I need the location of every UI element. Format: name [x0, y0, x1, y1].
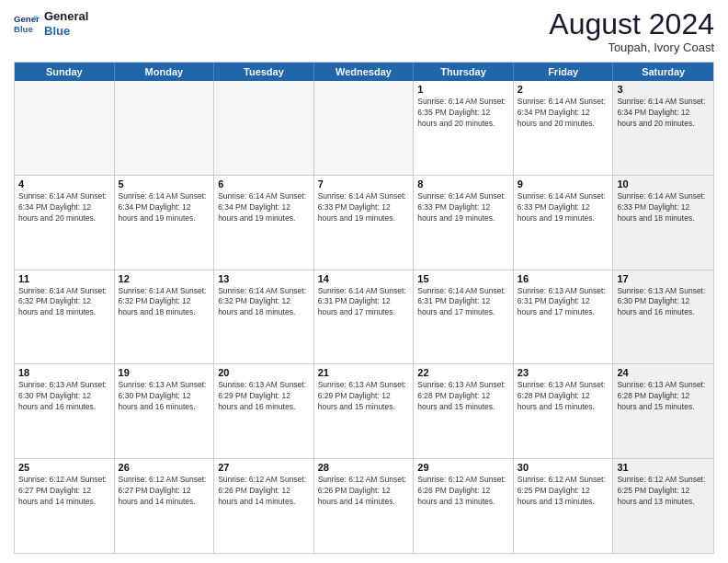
day-cell-20: 20Sunrise: 6:13 AM Sunset: 6:29 PM Dayli… [214, 364, 314, 458]
month-title: August 2024 [549, 9, 714, 39]
day-cell-25: 25Sunrise: 6:12 AM Sunset: 6:27 PM Dayli… [15, 459, 115, 553]
day-info: Sunrise: 6:14 AM Sunset: 6:34 PM Dayligh… [18, 191, 110, 224]
day-info: Sunrise: 6:14 AM Sunset: 6:34 PM Dayligh… [617, 97, 710, 130]
day-cell-10: 10Sunrise: 6:14 AM Sunset: 6:33 PM Dayli… [613, 176, 713, 270]
week-row-2: 4Sunrise: 6:14 AM Sunset: 6:34 PM Daylig… [15, 176, 713, 270]
day-number: 19 [119, 367, 210, 378]
day-header-thursday: Thursday [414, 63, 514, 81]
day-number: 31 [617, 462, 710, 473]
day-cell-empty [214, 81, 314, 175]
day-number: 22 [417, 367, 509, 378]
day-number: 15 [417, 273, 509, 284]
day-cell-3: 3Sunrise: 6:14 AM Sunset: 6:34 PM Daylig… [613, 81, 713, 175]
day-header-monday: Monday [115, 63, 215, 81]
day-cell-9: 9Sunrise: 6:14 AM Sunset: 6:33 PM Daylig… [514, 176, 614, 270]
day-info: Sunrise: 6:13 AM Sunset: 6:30 PM Dayligh… [617, 286, 710, 319]
day-info: Sunrise: 6:14 AM Sunset: 6:33 PM Dayligh… [518, 191, 609, 224]
day-cell-26: 26Sunrise: 6:12 AM Sunset: 6:27 PM Dayli… [115, 459, 215, 553]
day-info: Sunrise: 6:12 AM Sunset: 6:25 PM Dayligh… [518, 475, 609, 508]
day-info: Sunrise: 6:12 AM Sunset: 6:26 PM Dayligh… [417, 475, 509, 508]
week-row-1: 1Sunrise: 6:14 AM Sunset: 6:35 PM Daylig… [15, 81, 713, 176]
day-info: Sunrise: 6:14 AM Sunset: 6:34 PM Dayligh… [218, 191, 310, 224]
day-cell-4: 4Sunrise: 6:14 AM Sunset: 6:34 PM Daylig… [15, 176, 115, 270]
day-cell-15: 15Sunrise: 6:14 AM Sunset: 6:31 PM Dayli… [414, 270, 514, 364]
day-number: 14 [318, 273, 410, 284]
logo: General Blue General Blue [14, 9, 88, 38]
day-info: Sunrise: 6:13 AM Sunset: 6:28 PM Dayligh… [417, 380, 509, 413]
day-cell-31: 31Sunrise: 6:12 AM Sunset: 6:25 PM Dayli… [613, 459, 713, 553]
week-row-4: 18Sunrise: 6:13 AM Sunset: 6:30 PM Dayli… [15, 364, 713, 459]
week-row-3: 11Sunrise: 6:14 AM Sunset: 6:32 PM Dayli… [15, 270, 713, 365]
svg-text:General: General [14, 14, 40, 24]
day-info: Sunrise: 6:14 AM Sunset: 6:33 PM Dayligh… [417, 191, 509, 224]
day-number: 27 [218, 462, 310, 473]
week-row-5: 25Sunrise: 6:12 AM Sunset: 6:27 PM Dayli… [15, 459, 713, 553]
day-cell-empty [314, 81, 415, 175]
day-cell-2: 2Sunrise: 6:14 AM Sunset: 6:34 PM Daylig… [514, 81, 614, 175]
day-header-wednesday: Wednesday [314, 63, 415, 81]
day-cell-13: 13Sunrise: 6:14 AM Sunset: 6:32 PM Dayli… [214, 270, 314, 364]
day-info: Sunrise: 6:14 AM Sunset: 6:31 PM Dayligh… [318, 286, 410, 319]
day-info: Sunrise: 6:13 AM Sunset: 6:29 PM Dayligh… [218, 380, 310, 413]
day-info: Sunrise: 6:14 AM Sunset: 6:34 PM Dayligh… [119, 191, 210, 224]
day-info: Sunrise: 6:13 AM Sunset: 6:31 PM Dayligh… [518, 286, 609, 319]
calendar-body: 1Sunrise: 6:14 AM Sunset: 6:35 PM Daylig… [15, 81, 713, 553]
day-info: Sunrise: 6:12 AM Sunset: 6:27 PM Dayligh… [18, 475, 110, 508]
day-cell-empty [15, 81, 115, 175]
day-cell-1: 1Sunrise: 6:14 AM Sunset: 6:35 PM Daylig… [414, 81, 514, 175]
day-number: 23 [518, 367, 609, 378]
day-info: Sunrise: 6:14 AM Sunset: 6:35 PM Dayligh… [417, 97, 509, 130]
day-number: 8 [417, 178, 509, 190]
day-info: Sunrise: 6:14 AM Sunset: 6:34 PM Dayligh… [518, 97, 609, 130]
day-number: 5 [119, 178, 210, 190]
day-number: 10 [617, 178, 710, 190]
day-number: 21 [318, 367, 410, 378]
day-number: 20 [218, 367, 310, 378]
day-cell-18: 18Sunrise: 6:13 AM Sunset: 6:30 PM Dayli… [15, 364, 115, 458]
day-number: 3 [617, 84, 710, 95]
day-cell-23: 23Sunrise: 6:13 AM Sunset: 6:28 PM Dayli… [514, 364, 614, 458]
location: Toupah, Ivory Coast [549, 40, 714, 54]
day-info: Sunrise: 6:13 AM Sunset: 6:29 PM Dayligh… [318, 380, 410, 413]
day-info: Sunrise: 6:14 AM Sunset: 6:32 PM Dayligh… [218, 286, 310, 319]
day-info: Sunrise: 6:14 AM Sunset: 6:31 PM Dayligh… [417, 286, 509, 319]
day-header-tuesday: Tuesday [214, 63, 314, 81]
day-info: Sunrise: 6:14 AM Sunset: 6:32 PM Dayligh… [119, 286, 210, 319]
day-cell-7: 7Sunrise: 6:14 AM Sunset: 6:33 PM Daylig… [314, 176, 415, 270]
day-cell-24: 24Sunrise: 6:13 AM Sunset: 6:28 PM Dayli… [613, 364, 713, 458]
day-cell-17: 17Sunrise: 6:13 AM Sunset: 6:30 PM Dayli… [613, 270, 713, 364]
day-cell-8: 8Sunrise: 6:14 AM Sunset: 6:33 PM Daylig… [414, 176, 514, 270]
logo-text: General Blue [44, 9, 88, 38]
calendar-page: General Blue General Blue August 2024 To… [0, 0, 728, 563]
day-number: 6 [218, 178, 310, 190]
day-info: Sunrise: 6:13 AM Sunset: 6:30 PM Dayligh… [119, 380, 210, 413]
header: General Blue General Blue August 2024 To… [14, 9, 714, 54]
day-cell-28: 28Sunrise: 6:12 AM Sunset: 6:26 PM Dayli… [314, 459, 415, 553]
day-number: 7 [318, 178, 410, 190]
day-cell-14: 14Sunrise: 6:14 AM Sunset: 6:31 PM Dayli… [314, 270, 415, 364]
day-info: Sunrise: 6:13 AM Sunset: 6:28 PM Dayligh… [518, 380, 609, 413]
day-number: 25 [18, 462, 110, 473]
day-number: 16 [518, 273, 609, 284]
day-info: Sunrise: 6:14 AM Sunset: 6:33 PM Dayligh… [318, 191, 410, 224]
logo-line2: Blue [44, 24, 88, 39]
day-cell-22: 22Sunrise: 6:13 AM Sunset: 6:28 PM Dayli… [414, 364, 514, 458]
day-number: 24 [617, 367, 710, 378]
day-cell-21: 21Sunrise: 6:13 AM Sunset: 6:29 PM Dayli… [314, 364, 415, 458]
day-number: 2 [518, 84, 609, 95]
day-cell-5: 5Sunrise: 6:14 AM Sunset: 6:34 PM Daylig… [115, 176, 215, 270]
title-block: August 2024 Toupah, Ivory Coast [549, 9, 714, 54]
day-cell-30: 30Sunrise: 6:12 AM Sunset: 6:25 PM Dayli… [514, 459, 614, 553]
day-cell-29: 29Sunrise: 6:12 AM Sunset: 6:26 PM Dayli… [414, 459, 514, 553]
day-number: 30 [518, 462, 609, 473]
day-cell-27: 27Sunrise: 6:12 AM Sunset: 6:26 PM Dayli… [214, 459, 314, 553]
day-number: 9 [518, 178, 609, 190]
day-number: 26 [119, 462, 210, 473]
day-header-friday: Friday [514, 63, 614, 81]
day-header-sunday: Sunday [15, 63, 115, 81]
day-number: 13 [218, 273, 310, 284]
day-cell-empty [115, 81, 215, 175]
day-info: Sunrise: 6:14 AM Sunset: 6:33 PM Dayligh… [617, 191, 710, 224]
day-number: 17 [617, 273, 710, 284]
day-info: Sunrise: 6:12 AM Sunset: 6:26 PM Dayligh… [318, 475, 410, 508]
